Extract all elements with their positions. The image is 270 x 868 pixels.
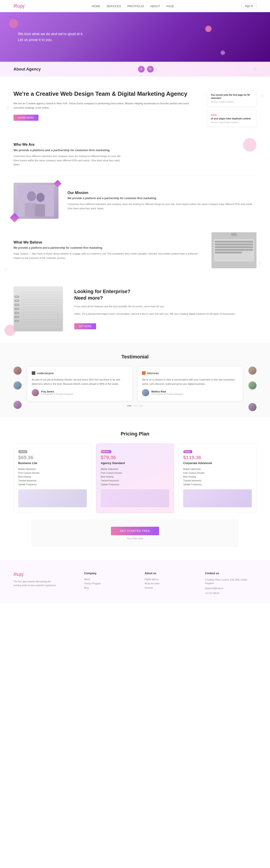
nav-logo: Rupj	[13, 3, 25, 9]
footer-link-blog[interactable]: Blog	[84, 587, 136, 589]
pricing-card-3: Yearly $119.36 Corporate Advanced Mobile…	[178, 443, 257, 513]
testimonial-dots	[13, 405, 257, 406]
banner-circle-dec	[254, 68, 257, 70]
who-heading: Who We Are	[13, 143, 126, 147]
test-author-1: Foq James Co-Founder & Product Designer	[32, 389, 128, 396]
side-avatar-5	[248, 381, 257, 390]
mission-heading: Our Mission	[67, 191, 257, 195]
svg-point-2	[36, 193, 44, 202]
price-badge-3: Yearly	[183, 450, 192, 453]
nav-portfolio[interactable]: PROTFOLIO	[127, 5, 144, 8]
nav-about[interactable]: ABOUT	[150, 5, 160, 8]
mission-text: Our Mission We provide a platform and a …	[67, 191, 257, 210]
about-banner-title: About Agency	[13, 67, 41, 72]
agency-intro-right: You moved onto the first page for 50 sea…	[207, 90, 257, 127]
sign-in-button[interactable]: Sign In	[241, 3, 257, 9]
footer-col-aboutus: About us Digital agency News the letter …	[145, 572, 196, 596]
price-features-2: Mobile Optimized Free Custom Domain Best…	[101, 468, 169, 486]
hero-text: We love what we do and we're good at it.…	[0, 31, 83, 42]
price-amount-2: $79.36	[101, 455, 169, 461]
footer-link-digital[interactable]: Digital agency	[145, 578, 196, 581]
what-we-believe-section: What We Believe We provide a platform an…	[0, 225, 270, 275]
who-we-are-section: Who We Are We provide a platform and a p…	[0, 136, 270, 176]
enterprise-section: Looking for Enterprise? Need more? If yo…	[0, 275, 270, 343]
footer-link-partner[interactable]: Partner Program	[84, 582, 136, 585]
footer-brand: Rupj The first step towards discovering …	[13, 572, 75, 596]
test-body-1: As part of our job at Authority Hacker, …	[32, 378, 128, 386]
nav-page[interactable]: PAGE	[167, 5, 174, 8]
believe-tagline: We provide a platform and a partnership …	[13, 246, 203, 249]
price-amount-3: $119.36	[183, 455, 252, 461]
side-avatar-6	[248, 403, 257, 411]
about-banner: About Agency ① ② ›	[0, 62, 270, 76]
info-card-1: You moved onto the first page for 50 sea…	[207, 90, 257, 106]
test-logo-1: codecanyon	[32, 371, 128, 375]
believe-heading: What We Believe	[13, 240, 203, 244]
svg-rect-10	[215, 249, 253, 251]
pricing-section: Pricing Plan Yearly $69.36 Business Lite…	[0, 417, 270, 560]
footer-link-news[interactable]: News the letter	[145, 582, 196, 585]
dot-3[interactable]	[139, 405, 143, 406]
svg-rect-11	[215, 252, 242, 253]
info-card2-title: of your pages have duplicate content.	[211, 117, 253, 120]
dot-1[interactable]	[127, 405, 131, 406]
footer-col-company-heading: Company	[84, 572, 136, 575]
side-avatar-4	[248, 367, 257, 375]
footer-address: 3 Galway Place London, E16 34HL United K…	[205, 578, 257, 585]
enterprise-desc2: Hello—it's a phrase that begins every co…	[74, 312, 257, 316]
believe-description: Page content — they have a choice about …	[13, 252, 203, 260]
footer-link-about[interactable]: About	[84, 578, 136, 581]
info-card2-highlight: 31%	[211, 113, 253, 117]
price-features-1: Mobile Optimized Free Custom Domain Best…	[18, 468, 87, 486]
believe-image	[211, 232, 257, 268]
learn-more-button[interactable]: LEARN MORE	[13, 115, 38, 121]
info-card1-sub: Service: Google Analytics	[211, 101, 253, 103]
pricing-card-1: Yearly $69.36 Business Lite Mobile Optim…	[13, 443, 92, 513]
mission-image	[13, 183, 59, 219]
nav-services[interactable]: SERVICES	[106, 5, 121, 8]
price-plan-name-2: Agency Standard	[101, 461, 169, 465]
get-more-button[interactable]: GET MORE	[74, 323, 96, 329]
price-amount-1: $69.36	[18, 455, 87, 461]
svg-rect-9	[215, 246, 253, 248]
test-body-2: We're on a mission to start a conversati…	[142, 378, 238, 386]
enterprise-heading: Looking for Enterprise? Need more?	[74, 288, 257, 301]
dot-decoration-believe	[4, 268, 7, 271]
svg-rect-7	[215, 241, 253, 243]
banner-arrow: ›	[156, 67, 157, 71]
footer-col-contact: Contact us 3 Galway Place London, E16 34…	[205, 572, 257, 596]
price-features-3: Mobile Optimized Free Custom Domain Best…	[183, 468, 252, 486]
side-avatar-1	[13, 367, 22, 375]
keyboard-image	[211, 232, 257, 268]
footer-col-contact-heading: Contact us	[205, 572, 257, 575]
dot-2[interactable]	[133, 405, 137, 406]
hero-decoration-dot1	[9, 19, 18, 28]
believe-image-wrap	[211, 232, 257, 268]
get-started-button[interactable]: GET STARTED FREE	[111, 527, 159, 535]
hero-line2: Let us prove it to you.	[18, 37, 83, 43]
svg-point-12	[231, 233, 237, 236]
dot-decoration-bottom	[259, 261, 261, 264]
side-avatar-3	[13, 401, 22, 409]
hero-decoration-dot2	[205, 26, 211, 32]
footer-description: The first step towards discovering the e…	[13, 580, 59, 587]
dot-decoration-left	[7, 106, 9, 108]
footer-phone: +0.172.465.61	[205, 592, 257, 595]
testimonial-grid: codecanyon As part of our job at Authori…	[27, 367, 243, 401]
testimonial-section: Testimonial codecanyon As part of our jo…	[0, 343, 270, 417]
mission-tagline: We provide a platform and a partnership …	[67, 197, 257, 200]
who-tagline: We provide a platform and a partnership …	[13, 149, 126, 152]
nav-home[interactable]: HOME	[92, 5, 100, 8]
hero-section: We love what we do and we're good at it.…	[0, 12, 270, 62]
agency-intro-left: We're a Creative Web Design Team & Digit…	[13, 90, 198, 127]
enterprise-desc1: If you need all the features and the bes…	[74, 304, 257, 309]
svg-rect-4	[35, 204, 45, 216]
pricing-grid: Yearly $69.36 Business Lite Mobile Optim…	[13, 443, 257, 513]
pink-blob-decoration	[243, 138, 257, 152]
test-logo-2: 3docean	[142, 371, 238, 375]
mission-image-wrap	[13, 183, 59, 219]
footer: Rupj The first step towards discovering …	[0, 560, 270, 603]
footer-link-general[interactable]: General	[145, 587, 196, 589]
pricing-cta-note: Your Plan Note	[38, 537, 232, 540]
footer-logo: Rupj	[13, 572, 75, 577]
